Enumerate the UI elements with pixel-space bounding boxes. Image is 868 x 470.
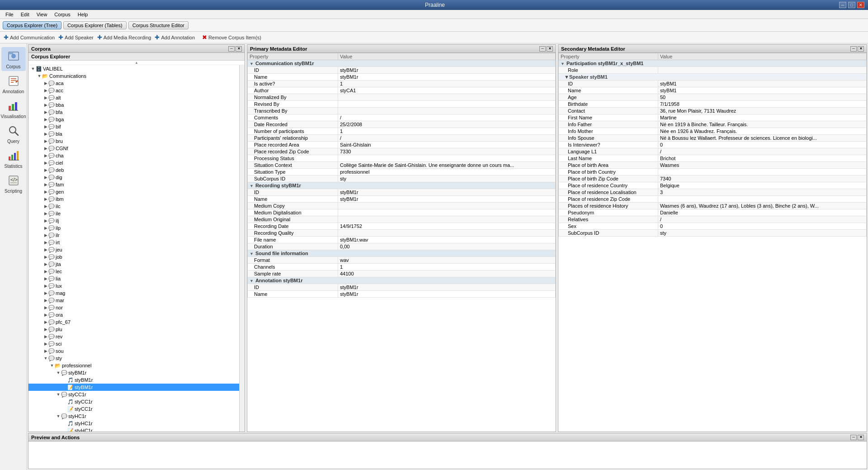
tree-item[interactable]: ▶💬acc <box>28 87 239 94</box>
tree-toggle[interactable]: ▼ <box>56 370 61 375</box>
tree-item[interactable]: ▼📂professionnel <box>28 362 239 369</box>
value-cell[interactable]: styBM1r <box>338 74 556 81</box>
sidebar-item-corpus[interactable]: Corpus <box>1 47 26 71</box>
primary-meta-minimize[interactable]: ─ <box>539 46 546 52</box>
tree-toggle[interactable]: ▶ <box>43 298 48 303</box>
sidebar-item-scripting[interactable]: </> Scripting <box>1 171 26 195</box>
value-cell[interactable]: Collège Sainte-Marie de Saint-Ghislain. … <box>338 162 556 169</box>
value-cell[interactable] <box>338 216 556 223</box>
value-cell[interactable]: styBM1r <box>338 67 556 74</box>
tree-toggle[interactable]: ▶ <box>43 319 48 325</box>
menu-view[interactable]: View <box>33 11 51 18</box>
tree-item[interactable]: ▶💬lec <box>28 268 239 275</box>
tree-item[interactable]: ▶💬mag <box>28 290 239 297</box>
table-row[interactable]: Age50 <box>559 94 867 101</box>
secondary-meta-close[interactable]: ✕ <box>858 46 864 52</box>
corpus-panel-minimize[interactable]: ─ <box>228 46 235 52</box>
tree-item[interactable]: ▶💬bla <box>28 130 239 138</box>
table-row[interactable]: Date Recorded25/2/2008 <box>248 121 556 128</box>
table-row[interactable]: Is active?1 <box>248 81 556 87</box>
table-row[interactable]: SubCorpus IDsty <box>559 230 867 237</box>
value-cell[interactable]: styBM1r <box>338 189 556 196</box>
tree-item[interactable]: 🎵styHC1r <box>28 420 239 427</box>
tree-toggle[interactable]: ▼ <box>37 73 42 79</box>
minimize-button[interactable]: ─ <box>839 2 846 8</box>
table-row[interactable]: IDstyBM1 <box>559 81 867 87</box>
tree-item[interactable]: ▶💬ibm <box>28 195 239 203</box>
tree-toggle[interactable]: ▶ <box>43 204 48 209</box>
value-cell[interactable]: 3 <box>658 189 867 196</box>
secondary-meta-minimize[interactable]: ─ <box>850 46 857 52</box>
tree-toggle[interactable]: ▶ <box>43 247 48 252</box>
tree-toggle[interactable]: ▼ <box>30 66 36 71</box>
value-cell[interactable]: 0 <box>658 223 867 230</box>
value-cell[interactable]: 7/1/1958 <box>658 101 867 108</box>
table-row[interactable]: Place recorded Zip Code7330 <box>248 148 556 155</box>
table-row[interactable]: Situation ContextCollège Sainte-Marie de… <box>248 162 556 169</box>
table-row[interactable]: Info MotherNée en 1926 à Waudrez. França… <box>559 128 867 135</box>
table-row[interactable]: Recording Quality <box>248 230 556 237</box>
table-row[interactable]: Last NameBrichot <box>559 155 867 162</box>
table-row[interactable]: Comments/ <box>248 114 556 121</box>
tree-item[interactable]: ▶💬ilp <box>28 224 239 232</box>
tree-item[interactable]: ▶💬dig <box>28 174 239 181</box>
tree-item[interactable]: ▶💬bru <box>28 138 239 145</box>
section-row[interactable]: ▼Annotation styBM1r <box>248 277 556 284</box>
value-cell[interactable]: / <box>338 114 556 121</box>
table-row[interactable]: Is Interviewer?0 <box>559 142 867 148</box>
table-row[interactable]: Role <box>559 67 867 74</box>
table-row[interactable]: Places of residence HistoryWasmes (6 ans… <box>559 203 867 209</box>
tree-toggle[interactable]: ▶ <box>43 102 48 108</box>
table-row[interactable]: Place of birth Zip Code7340 <box>559 176 867 182</box>
value-cell[interactable]: 7330 <box>338 148 556 155</box>
tree-item[interactable]: ▼💬styBM1r <box>28 369 239 376</box>
table-row[interactable]: Situation Typeprofessionnel <box>248 169 556 176</box>
tree-item[interactable]: ▶💬job <box>28 253 239 261</box>
table-row[interactable]: Processing Status <box>248 155 556 162</box>
table-row[interactable]: Place recorded AreaSaint-Ghislain <box>248 142 556 148</box>
tree-toggle[interactable]: ▶ <box>43 81 48 86</box>
tree-item[interactable]: ▶💬bga <box>28 116 239 123</box>
tree-toggle[interactable]: ▶ <box>43 124 48 129</box>
tree-item[interactable]: ▼💬sty <box>28 355 239 362</box>
tree-item[interactable]: ▶💬jeu <box>28 246 239 253</box>
value-cell[interactable]: Saint-Ghislain <box>338 142 556 148</box>
table-row[interactable]: Place of birth AreaWasmes <box>559 162 867 169</box>
table-row[interactable]: SubCorpus IDsty <box>248 176 556 182</box>
menu-edit[interactable]: Edit <box>17 11 33 18</box>
table-row[interactable]: Relatives/ <box>559 216 867 223</box>
value-cell[interactable]: 36, rue Mon Plaisir, 7131 Waudrez <box>658 108 867 114</box>
tree-item[interactable]: 📝styCC1r <box>28 405 239 413</box>
table-row[interactable]: First NameMartine <box>559 114 867 121</box>
add-speaker-button[interactable]: ✚ Add Speaker <box>58 34 94 41</box>
section-row[interactable]: ▼Participation styBM1r_x_styBM1 <box>559 60 867 67</box>
value-cell[interactable]: / <box>338 135 556 142</box>
value-cell[interactable]: / <box>658 216 867 223</box>
table-row[interactable]: Number of participants1 <box>248 128 556 135</box>
tree-toggle[interactable]: ▶ <box>43 182 48 187</box>
value-cell[interactable]: styBM1r <box>338 284 556 291</box>
value-cell[interactable] <box>658 169 867 176</box>
add-annotation-button[interactable]: ✚ Add Annotation <box>155 34 195 41</box>
tree-toggle[interactable]: ▶ <box>43 109 48 115</box>
table-row[interactable]: Place of residence CountryBelgique <box>559 182 867 189</box>
tree-item[interactable]: ▼💬styCC1r <box>28 391 239 398</box>
menu-file[interactable]: File <box>2 11 17 18</box>
value-cell[interactable]: Wasmes <box>658 162 867 169</box>
tree-item[interactable]: ▶💬mar <box>28 297 239 304</box>
tree-toggle[interactable]: ▶ <box>43 334 48 339</box>
tree-item[interactable]: ▶💬alt <box>28 94 239 101</box>
tree-toggle[interactable]: ▶ <box>43 146 48 151</box>
corpus-tables-button[interactable]: Corpus Explorer (Tables) <box>63 21 127 29</box>
table-row[interactable]: Recording Date14/9/1752 <box>248 223 556 230</box>
table-row[interactable]: IDstyBM1r <box>248 67 556 74</box>
primary-meta-close[interactable]: ✕ <box>547 46 553 52</box>
tree-item[interactable]: ▶💬aca <box>28 80 239 87</box>
tree-item[interactable]: ▶💬plu <box>28 326 239 333</box>
tree-toggle[interactable]: ▶ <box>43 138 48 144</box>
table-row[interactable]: Duration0,00 <box>248 243 556 250</box>
scroll-up-arrow[interactable]: ▲ <box>28 61 245 65</box>
tree-item[interactable]: ▶💬ora <box>28 311 239 318</box>
tree-toggle[interactable]: ▶ <box>43 283 48 289</box>
tree-item[interactable]: ▶💬ilr <box>28 232 239 239</box>
